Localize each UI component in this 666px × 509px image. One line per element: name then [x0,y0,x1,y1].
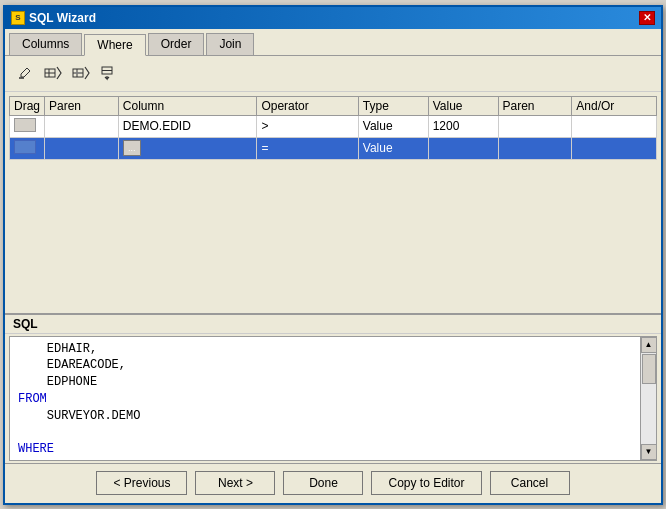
scroll-thumb[interactable] [642,354,656,384]
window-icon: S [11,11,25,25]
scroll-down-button[interactable]: ▼ [641,444,657,460]
col-column: Column [118,96,257,115]
column-cell[interactable]: DEMO.EDID [118,115,257,137]
remove-row-button[interactable] [69,61,93,85]
value-cell[interactable]: 1200 [428,115,498,137]
tab-where[interactable]: Where [84,34,145,56]
browse-button[interactable]: ... [123,140,141,156]
sql-keyword-where: WHERE [18,442,54,456]
drag-handle-cell [10,115,45,137]
sql-line: EDPHONE [18,375,97,389]
next-button[interactable]: Next > [195,471,275,495]
tab-columns[interactable]: Columns [9,33,82,55]
col-drag: Drag [10,96,45,115]
col-type: Type [358,96,428,115]
sql-keyword-from: FROM [18,392,47,406]
type-cell[interactable]: Value [358,137,428,159]
sql-scrollbar[interactable]: ▲ ▼ [640,337,656,460]
sql-line: EDHAIR, [18,342,97,356]
drag-handle-cell [10,137,45,159]
operator-cell[interactable]: > [257,115,358,137]
column-cell-browse[interactable]: ... [118,137,257,159]
col-paren-close: Paren [498,96,572,115]
sql-line: SURVEYOR.DEMO [18,409,140,423]
drag-handle [14,140,36,154]
sql-label: SQL [5,315,661,334]
footer: < Previous Next > Done Copy to Editor Ca… [5,463,661,503]
paren-open-cell[interactable] [45,137,119,159]
close-button[interactable]: ✕ [639,11,655,25]
col-paren-open: Paren [45,96,119,115]
sql-line: EDAREACODE, [18,358,126,372]
title-bar: S SQL Wizard ✕ [5,7,661,29]
sql-wizard-window: S SQL Wizard ✕ Columns Where Order Join [3,5,663,505]
sql-content: EDHAIR, EDAREACODE, EDPHONE FROM SURVEYO… [9,336,657,461]
title-bar-left: S SQL Wizard [11,11,96,25]
add-row-button[interactable] [41,61,65,85]
tab-join[interactable]: Join [206,33,254,55]
scroll-track [641,353,656,444]
col-and-or: And/Or [572,96,657,115]
conditions-grid: Drag Paren Column Operator Type Value Pa… [5,92,661,313]
tabs-bar: Columns Where Order Join [5,29,661,56]
scroll-up-button[interactable]: ▲ [641,337,657,353]
table-row[interactable]: ... = Value [10,137,657,159]
col-value: Value [428,96,498,115]
previous-button[interactable]: < Previous [96,471,187,495]
sql-text: EDHAIR, EDAREACODE, EDPHONE FROM SURVEYO… [10,337,640,460]
sql-section: SQL EDHAIR, EDAREACODE, EDPHONE FROM SUR… [5,313,661,463]
copy-to-editor-button[interactable]: Copy to Editor [371,471,481,495]
done-button[interactable]: Done [283,471,363,495]
type-cell[interactable]: Value [358,115,428,137]
clear-button[interactable] [13,61,37,85]
move-row-button[interactable] [97,61,121,85]
and-or-cell[interactable] [572,137,657,159]
and-or-cell[interactable] [572,115,657,137]
paren-open-cell[interactable] [45,115,119,137]
operator-cell[interactable]: = [257,137,358,159]
drag-handle [14,118,36,132]
conditions-table: Drag Paren Column Operator Type Value Pa… [9,96,657,160]
tab-order[interactable]: Order [148,33,205,55]
col-operator: Operator [257,96,358,115]
toolbar [5,56,661,92]
paren-close-cell[interactable] [498,137,572,159]
table-row[interactable]: DEMO.EDID > Value 1200 [10,115,657,137]
cancel-button[interactable]: Cancel [490,471,570,495]
window-title: SQL Wizard [29,11,96,25]
value-cell[interactable] [428,137,498,159]
paren-close-cell[interactable] [498,115,572,137]
